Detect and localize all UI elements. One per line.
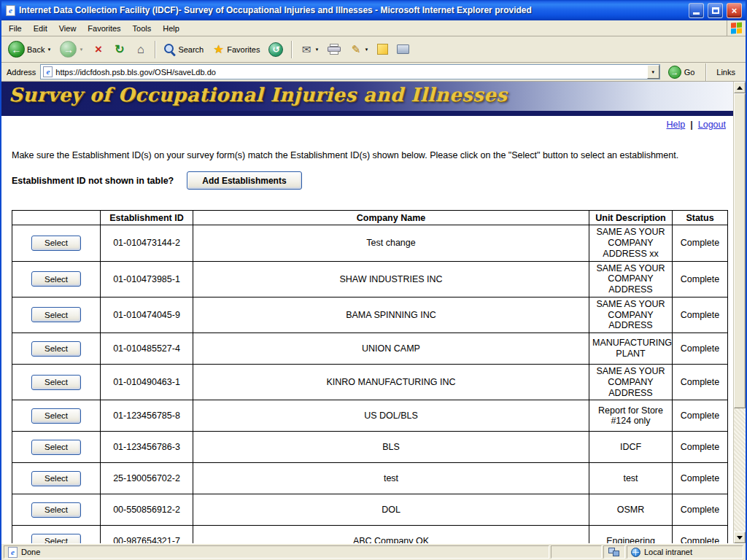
select-button[interactable]: Select — [31, 408, 81, 424]
select-button[interactable]: Select — [31, 534, 81, 543]
menu-tools[interactable]: Tools — [127, 20, 158, 36]
favorites-label: Favorites — [227, 45, 260, 54]
windows-logo-icon — [727, 20, 746, 36]
select-button[interactable]: Select — [31, 236, 81, 251]
select-cell: Select — [12, 494, 101, 526]
add-establishments-row: Establishment ID not shown in table? Add… — [12, 171, 723, 190]
toolbar-separator — [291, 41, 292, 58]
unit-description-cell: OSMR — [589, 494, 673, 526]
address-input[interactable]: e https://idcfdosh.psb.bls.gov/OSH/saveL… — [40, 64, 659, 79]
search-button[interactable]: Search — [160, 41, 207, 58]
establishment-id-cell: 01-010485527-4 — [101, 333, 193, 365]
go-button[interactable]: → Go — [665, 65, 699, 79]
establishment-id-cell: 01-123456786-3 — [101, 432, 193, 463]
maximize-icon — [712, 7, 719, 14]
company-name-cell: BLS — [193, 432, 589, 463]
stop-button[interactable]: × — [88, 41, 108, 58]
back-label: Back — [27, 45, 44, 54]
company-name-cell: US DOL/BLS — [193, 400, 589, 432]
menu-file[interactable]: File — [3, 20, 28, 36]
select-button[interactable]: Select — [31, 341, 81, 357]
home-button[interactable]: ⌂ — [131, 42, 150, 58]
unit-description-cell: MANUFACTURING PLANT — [589, 333, 673, 365]
company-name-cell: KINRO MANUFACTURING INC — [193, 365, 589, 400]
document-icon: e — [8, 547, 18, 558]
discuss-button[interactable] — [393, 42, 413, 56]
scroll-down-button[interactable] — [734, 532, 746, 543]
select-button[interactable]: Select — [31, 502, 81, 518]
select-button[interactable]: Select — [31, 375, 81, 390]
banner-rule — [1, 111, 733, 116]
scrollbar-track[interactable] — [734, 93, 746, 532]
mail-button[interactable]: ✉ ▼ — [296, 42, 322, 57]
company-name-cell: Test change — [193, 225, 589, 261]
go-icon: → — [668, 66, 681, 79]
select-cell: Select — [12, 365, 101, 400]
table-row: Select01-010474045-9BAMA SPINNING INCSAM… — [12, 297, 728, 332]
scroll-up-button[interactable] — [734, 82, 746, 93]
select-button[interactable]: Select — [31, 271, 81, 287]
add-establishments-button[interactable]: Add Establishments — [187, 171, 301, 190]
establishment-id-cell: 01-010490463-1 — [101, 365, 193, 400]
menu-spacer — [185, 20, 727, 36]
select-cell: Select — [12, 261, 101, 297]
minimize-button[interactable] — [689, 3, 704, 18]
forward-icon: → — [60, 41, 77, 58]
edit-button[interactable]: ✎ ▼ — [346, 42, 372, 57]
table-row: Select01-123456785-8US DOL/BLSReport for… — [12, 400, 728, 432]
refresh-icon: ↻ — [113, 44, 125, 55]
toolbar-separator — [155, 41, 155, 58]
print-button[interactable] — [324, 42, 344, 57]
status-cell: Complete — [673, 333, 728, 365]
favorites-star-icon: ★ — [212, 44, 225, 55]
status-cell: Complete — [673, 432, 728, 463]
unit-description-cell: SAME AS YOUR COMPANY ADDRESS — [589, 365, 673, 400]
forward-button[interactable]: → ▼ — [56, 39, 87, 60]
company-name-cell: UNION CAMP — [193, 333, 589, 365]
address-bar: Address e https://idcfdosh.psb.bls.gov/O… — [1, 63, 746, 82]
select-button[interactable]: Select — [31, 440, 81, 455]
address-dropdown-button[interactable]: ▼ — [647, 65, 659, 79]
history-button[interactable]: ↺ — [265, 40, 287, 59]
forward-dropdown-icon: ▼ — [79, 47, 83, 52]
status-cell: Complete — [673, 463, 728, 494]
company-name-cell: BAMA SPINNING INC — [193, 297, 589, 332]
status-cell: Complete — [673, 297, 728, 332]
menu-bar: File Edit View Favorites Tools Help — [1, 20, 746, 36]
edit-icon: ✎ — [349, 44, 362, 55]
status-spacer-panel — [551, 545, 602, 559]
scrollbar-thumb[interactable] — [734, 93, 746, 408]
table-header-row: Establishment ID Company Name Unit Descr… — [12, 211, 728, 225]
help-link[interactable]: Help — [667, 120, 686, 130]
menu-favorites[interactable]: Favorites — [82, 20, 126, 36]
vertical-scrollbar[interactable] — [733, 82, 746, 543]
ie-page-icon: e — [43, 66, 53, 77]
table-row: Select00-550856912-2DOLOSMRComplete — [12, 494, 728, 526]
company-name-cell: ABC Company OK — [193, 526, 589, 543]
unit-description-cell: SAME AS YOUR COMPANY ADDRESS — [589, 261, 673, 297]
messenger-icon — [377, 44, 388, 55]
links-label[interactable]: Links — [713, 68, 743, 77]
menu-help[interactable]: Help — [157, 20, 185, 36]
select-button[interactable]: Select — [31, 471, 81, 486]
scroll-up-icon — [737, 86, 743, 90]
menu-view[interactable]: View — [53, 20, 82, 36]
maximize-button[interactable] — [708, 3, 723, 18]
mail-icon: ✉ — [300, 44, 312, 55]
favorites-button[interactable]: ★ Favorites — [209, 42, 263, 58]
unit-description-cell: SAME AS YOUR COMPANY ADDRESS — [589, 297, 673, 332]
unit-description-cell: Report for Store #124 only — [589, 400, 673, 432]
back-dropdown-icon: ▼ — [47, 47, 51, 52]
select-button[interactable]: Select — [31, 307, 81, 322]
menu-edit[interactable]: Edit — [28, 20, 53, 36]
establishment-id-cell: 01-010473985-1 — [101, 261, 193, 297]
close-button[interactable]: × — [727, 3, 742, 18]
back-button[interactable]: ← Back ▼ — [4, 39, 55, 60]
logout-link[interactable]: Logout — [698, 120, 726, 130]
refresh-button[interactable]: ↻ — [109, 42, 129, 58]
messenger-button[interactable] — [374, 42, 392, 57]
home-icon: ⌂ — [134, 44, 147, 55]
discuss-icon — [397, 44, 409, 54]
establishments-table: Establishment ID Company Name Unit Descr… — [12, 210, 728, 543]
status-cell: Complete — [673, 526, 728, 543]
